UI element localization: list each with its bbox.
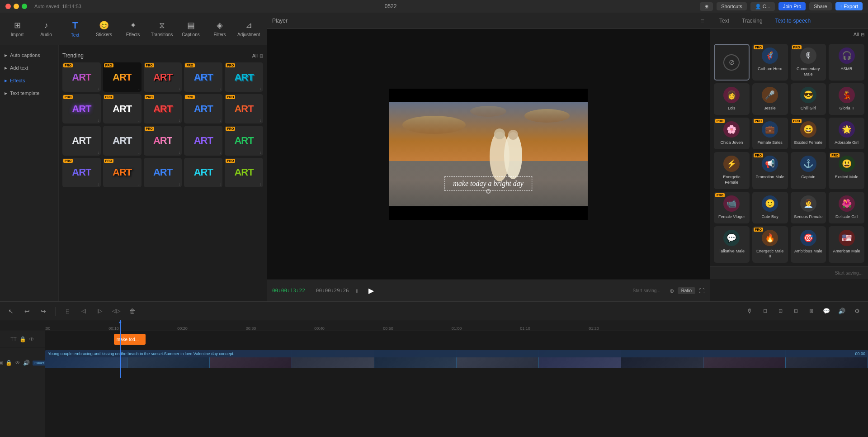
export-button[interactable]: ↑ Export xyxy=(835,2,863,10)
voice-card-gloria-ii[interactable]: 💃 Gloria II xyxy=(829,83,864,115)
art-item-12[interactable]: ART↓ xyxy=(103,126,142,155)
shortcuts-button[interactable]: Shortcuts xyxy=(717,2,746,10)
tl-caption-btn[interactable]: 💬 xyxy=(820,305,833,318)
tab-tracking[interactable]: Tracking xyxy=(736,16,768,26)
art-item-10[interactable]: PROART↓ xyxy=(225,94,263,124)
sidebar-add-text[interactable]: ▶ Add text xyxy=(0,62,58,74)
toolbar-import[interactable]: ⊞ Import xyxy=(4,15,31,43)
art-item-3[interactable]: PROART↓ xyxy=(144,62,182,92)
track-text-icon[interactable]: TT xyxy=(10,337,16,342)
voice-card-american-male[interactable]: 🇺🇸 American Male xyxy=(829,226,864,263)
sidebar-text-template[interactable]: ▶ Text template xyxy=(0,87,58,100)
voice-card-excited-male[interactable]: PRO 😃 Excited Male xyxy=(829,152,864,189)
play-button[interactable]: ▶ xyxy=(365,285,377,297)
tl-voice-btn[interactable]: ⚙ xyxy=(851,305,863,318)
user-button[interactable]: 👤 C... xyxy=(750,2,775,11)
sidebar-auto-captions[interactable]: ▶ Auto captions xyxy=(0,49,58,62)
voice-card-serious-female[interactable]: 👩‍💼 Serious Female xyxy=(791,192,826,223)
split-button[interactable]: ⌸ xyxy=(61,305,74,318)
voice-card-ambitious-male[interactable]: 🎯 Ambitious Male xyxy=(791,226,826,263)
redo-button[interactable]: ↪ xyxy=(37,305,50,318)
player-menu-button[interactable]: ≡ xyxy=(701,17,704,24)
art-item-11[interactable]: ART↓ xyxy=(62,126,101,155)
art-item-9[interactable]: PROART↓ xyxy=(184,94,222,124)
voice-card-energetic-female[interactable]: ⚡ Energetic Female xyxy=(714,152,750,189)
voice-card-promotion-male[interactable]: PRO 📢 Promotion Male xyxy=(752,152,788,189)
voice-card-female-vloger[interactable]: PRO 📹 Female Vloger xyxy=(714,192,750,223)
all-voices-filter[interactable]: All ⊟ xyxy=(854,32,864,37)
text-clip[interactable]: make tod... xyxy=(114,334,146,345)
toolbar-text[interactable]: T Text xyxy=(61,15,89,43)
ratio-button[interactable]: Ratio xyxy=(678,287,695,294)
art-item-19[interactable]: ART↓ xyxy=(184,158,222,187)
voice-card-adorable-girl[interactable]: 🌟 Adorable Girl xyxy=(829,118,864,149)
toolbar-captions[interactable]: ▤ Captions xyxy=(177,15,204,43)
voice-card-lois[interactable]: 👩 Lois xyxy=(714,83,750,115)
sidebar-effects[interactable]: ▶ Effects xyxy=(0,74,58,87)
track-vol-btn[interactable]: 🔊 xyxy=(23,360,30,366)
all-filter-button[interactable]: All ⊟ xyxy=(252,53,263,58)
toolbar-audio[interactable]: ♪ Audio xyxy=(33,15,60,43)
maximize-button[interactable] xyxy=(22,4,27,9)
undo-button[interactable]: ↩ xyxy=(21,305,33,318)
art-item-2[interactable]: PROART↓ xyxy=(103,62,142,92)
tl-split-btn[interactable]: ⊟ xyxy=(759,305,771,318)
video-clip[interactable]: Young couple embracing and kissing on th… xyxy=(45,350,868,375)
art-item-7[interactable]: PROART↓ xyxy=(103,94,142,124)
share-button[interactable]: Share xyxy=(809,2,831,10)
track-video-icon[interactable]: ▣ xyxy=(0,360,3,365)
toolbar-adjustment[interactable]: ⊿ Adjustment xyxy=(235,15,262,43)
art-item-18[interactable]: ART↓ xyxy=(144,158,182,187)
art-item-8[interactable]: PROART↓ xyxy=(144,94,182,124)
tl-speed-btn[interactable]: ⊠ xyxy=(805,305,817,318)
fullscreen-button[interactable]: ⛶ xyxy=(699,288,704,294)
monitor-button[interactable]: ⊞ xyxy=(700,2,713,11)
tab-tts[interactable]: Text-to-speech xyxy=(770,16,816,26)
art-item-4[interactable]: PROART↓ xyxy=(184,62,222,92)
art-item-15[interactable]: PROART↓ xyxy=(225,126,263,155)
voice-card-chill-girl[interactable]: 😎 Chill Girl xyxy=(791,83,826,115)
close-button[interactable] xyxy=(5,4,11,9)
voice-card-energetic-male-ii[interactable]: PRO 🔥 Energetic Male II xyxy=(752,226,788,263)
art-item-14[interactable]: ART↓ xyxy=(184,126,222,155)
tl-merge-btn[interactable]: ⊞ xyxy=(789,305,802,318)
toolbar-stickers[interactable]: 😊 Stickers xyxy=(90,15,118,43)
delete-button[interactable]: 🗑 xyxy=(126,305,139,318)
track-visible-btn[interactable]: 👁 xyxy=(15,360,20,366)
art-item-5[interactable]: PROART↓ xyxy=(225,62,263,92)
text-overlay-box[interactable]: make today a bright day xyxy=(444,176,532,191)
art-item-1[interactable]: PROART↓ xyxy=(62,62,101,92)
tab-text[interactable]: Text xyxy=(714,16,735,26)
mic-button[interactable]: 🎙 xyxy=(743,305,756,318)
voice-card-chica-joven[interactable]: PRO 🌸 Chica Joven xyxy=(714,118,750,149)
voice-card-excited-female[interactable]: PRO 😄 Excited Female xyxy=(791,118,826,149)
voice-card-captain[interactable]: ⚓ Captain xyxy=(791,152,826,189)
track-lock-btn[interactable]: 🔒 xyxy=(19,336,26,342)
tl-trim-btn[interactable]: ⊡ xyxy=(774,305,787,318)
track-lock-btn[interactable]: 🔒 xyxy=(5,360,12,366)
voice-card-jessie[interactable]: 🎤 Jessie xyxy=(752,83,788,115)
art-item-6[interactable]: PROART↓ xyxy=(62,94,101,124)
voice-card-cute-boy[interactable]: 🙂 Cute Boy xyxy=(752,192,788,223)
trim-both-button[interactable]: ◁|▷ xyxy=(110,305,123,318)
select-tool-button[interactable]: ↖ xyxy=(5,305,17,318)
trim-right-button[interactable]: |▷ xyxy=(94,305,106,318)
minimize-button[interactable] xyxy=(14,4,19,9)
voice-card-talkative-male[interactable]: 💬 Talkative Male xyxy=(714,226,750,263)
toolbar-transitions[interactable]: ⧖ Transitions xyxy=(148,15,175,43)
voice-card-none[interactable]: ⊘ xyxy=(714,44,750,81)
voice-card-commentary-male[interactable]: PRO 🎙 Commentary Male xyxy=(791,44,826,81)
art-item-13[interactable]: PROART↓ xyxy=(144,126,182,155)
art-item-20[interactable]: PROART↓ xyxy=(225,158,263,187)
voice-card-delicate-girl[interactable]: 🌺 Delicate Girl xyxy=(829,192,864,223)
track-visible-btn[interactable]: 👁 xyxy=(29,336,34,342)
trim-left-button[interactable]: ◁| xyxy=(77,305,90,318)
join-pro-button[interactable]: Join Pro xyxy=(778,2,806,10)
voice-card-gotham-hero[interactable]: PRO 🦸 Gotham Hero xyxy=(752,44,788,81)
zoom-button[interactable]: ⊕ xyxy=(670,288,674,294)
toolbar-filters[interactable]: ◈ Filters xyxy=(206,15,233,43)
voice-card-female-sales[interactable]: PRO 💼 Female Sales xyxy=(752,118,788,149)
tl-vol-btn[interactable]: 🔊 xyxy=(835,305,848,318)
art-item-17[interactable]: PROART↓ xyxy=(103,158,142,187)
art-item-16[interactable]: PROART↓ xyxy=(62,158,101,187)
